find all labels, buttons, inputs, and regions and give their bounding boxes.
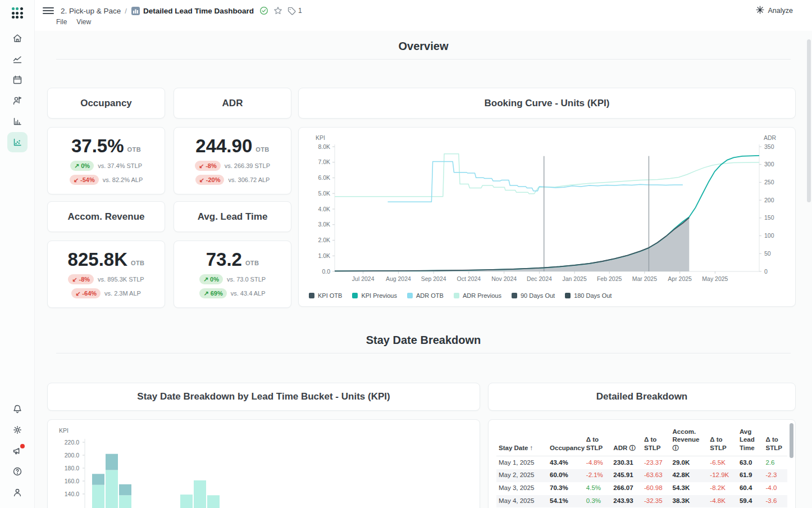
settings-button[interactable] — [7, 420, 28, 440]
legend-item[interactable]: 180 Days Out — [565, 292, 612, 299]
table-cell: -4.0 — [763, 482, 787, 495]
svg-text:150: 150 — [764, 214, 774, 221]
topbar: 2. Pick-up & Pace / Detailed Lead Time D… — [35, 0, 812, 31]
page-scrollbar[interactable] — [807, 39, 811, 202]
bar-chart-icon — [12, 116, 23, 127]
svg-text:Jul 2024: Jul 2024 — [352, 275, 375, 282]
column-header[interactable]: Δ to STLP — [708, 424, 737, 456]
sidebar-item-home[interactable] — [7, 28, 28, 48]
table-cell: -4.8% — [584, 456, 612, 469]
column-header[interactable]: Δ to STLP — [584, 424, 612, 456]
delta-badge: ↙-64% — [71, 288, 101, 298]
legend-item[interactable]: ADR Previous — [454, 292, 501, 299]
kpi-badge-row: ↗0% vs. 73.0 STLP — [199, 274, 266, 284]
sidebar-item-trends[interactable] — [7, 49, 28, 69]
bucket-chart-card: KPI220.0200.0180.0160.0140.0 — [47, 419, 480, 508]
legend-item[interactable]: 90 Days Out — [512, 292, 555, 299]
kpi-badge-row: ↙-8% vs. 895.3K STLP — [68, 274, 144, 284]
column-header[interactable]: Occupancy — [548, 424, 584, 456]
sidebar-item-scatter-chart[interactable] — [7, 132, 28, 152]
svg-text:160.0: 160.0 — [65, 478, 79, 484]
analyze-button[interactable]: Analyze — [756, 6, 803, 16]
kpi-title-adr: ADR — [174, 88, 291, 119]
table-cell: 0.3% — [584, 495, 612, 508]
svg-text:Oct 2024: Oct 2024 — [457, 275, 481, 282]
sidebar-item-calendar[interactable] — [7, 70, 28, 90]
trend-arrow-icon: ↙ — [74, 176, 79, 184]
announcements-button[interactable] — [7, 441, 28, 461]
help-button[interactable] — [7, 461, 28, 482]
scatter-chart-icon — [12, 137, 23, 148]
section-divider — [56, 59, 791, 60]
comparison-text: vs. 73.0 STLP — [227, 276, 266, 283]
column-header[interactable]: ADR ⓘ — [611, 424, 642, 456]
column-header[interactable]: Accom. Revenue ⓘ — [670, 424, 708, 456]
legend-item[interactable]: ADR OTB — [407, 292, 444, 299]
svg-text:140.0: 140.0 — [65, 491, 79, 497]
svg-text:6.0K: 6.0K — [318, 174, 330, 181]
svg-text:2.0K: 2.0K — [318, 237, 330, 243]
column-header[interactable]: Stay Date ↑ — [496, 424, 548, 456]
check-circle-icon[interactable] — [259, 6, 268, 15]
table-row: May 1, 202543.4%-4.8%230.31-23.3729.0K-6… — [496, 456, 787, 469]
svg-text:Nov 2024: Nov 2024 — [491, 275, 517, 282]
column-header[interactable]: Δ to STLP — [763, 424, 787, 456]
table-cell: 266.07 — [611, 482, 642, 495]
sparkle-icon — [756, 6, 764, 16]
breadcrumb-group[interactable]: 2. Pick-up & Pace — [61, 7, 121, 15]
trend-arrow-icon: ↗ — [74, 162, 79, 170]
svg-text:300: 300 — [764, 161, 774, 167]
notification-badge — [20, 444, 25, 448]
comparison-text: vs. 2.3M ALP — [104, 290, 141, 297]
legend-swatch — [565, 293, 571, 298]
legend-swatch — [454, 293, 459, 298]
table-cell: -2.3 — [763, 469, 787, 482]
column-header[interactable]: Δ to STLP — [642, 424, 670, 456]
kpi-card-occupancy: 37.5%OTB ↗0% vs. 37.4% STLP ↙-54% vs. 82… — [47, 127, 165, 194]
table-cell: -63.63 — [642, 469, 670, 482]
profile-flag-icon — [12, 95, 23, 106]
kpi-value: 244.90 — [195, 137, 252, 155]
detailed-breakdown-title: Detailed Breakdown — [488, 383, 796, 411]
delta-badge: ↙-20% — [195, 175, 225, 185]
notifications-button[interactable] — [7, 399, 28, 419]
svg-text:220.0: 220.0 — [65, 439, 79, 446]
table-cell: May 3, 2025 — [496, 482, 548, 495]
trend-arrow-icon: ↙ — [72, 276, 77, 283]
sidebar-item-profiles[interactable] — [7, 90, 28, 111]
dashboard-icon — [131, 7, 140, 15]
analyze-label: Analyze — [768, 7, 793, 15]
star-icon[interactable] — [273, 6, 282, 15]
calendar-icon — [12, 74, 23, 85]
svg-text:Feb 2025: Feb 2025 — [597, 275, 622, 282]
sidebar-item-bar-chart[interactable] — [7, 111, 28, 131]
legend-item[interactable]: KPI OTB — [309, 292, 342, 299]
column-header[interactable]: Avg Lead Time — [737, 424, 764, 456]
app-logo[interactable] — [12, 7, 23, 19]
table-cell: 61.9 — [737, 469, 764, 482]
booking-curve-chart: KPIADR0.01.0K2.0K3.0K4.0K5.0K6.0K7.0K8.0… — [305, 133, 787, 288]
table-row: May 3, 202570.3%4.5%266.07-60.9854.3K-8.… — [496, 482, 787, 495]
bell-icon — [12, 403, 23, 415]
table-cell: 230.31 — [611, 456, 642, 469]
trend-arrow-icon: ↗ — [203, 290, 208, 297]
trend-chart-icon — [12, 53, 23, 65]
lead-time-bucket-chart: KPI220.0200.0180.0160.0140.0 — [54, 425, 472, 508]
kpi-suffix: OTB — [127, 147, 141, 155]
legend-label: ADR Previous — [463, 292, 501, 299]
svg-text:7.0K: 7.0K — [318, 158, 330, 165]
kpi-suffix: OTB — [245, 260, 259, 269]
rail-nav-top — [7, 28, 28, 152]
file-menu[interactable]: File — [56, 18, 67, 26]
svg-text:200.0: 200.0 — [65, 452, 79, 459]
home-icon — [12, 33, 23, 44]
view-menu[interactable]: View — [76, 18, 91, 26]
hamburger-menu-icon[interactable] — [43, 6, 54, 16]
legend-item[interactable]: KPI Previous — [352, 292, 397, 299]
tag-icon[interactable]: 1 — [288, 7, 302, 15]
svg-text:200: 200 — [764, 197, 774, 203]
comparison-text: vs. 43.4 ALP — [231, 290, 266, 297]
account-button[interactable] — [7, 482, 28, 502]
table-scrollbar[interactable] — [790, 423, 793, 458]
trend-arrow-icon: ↙ — [199, 176, 204, 184]
